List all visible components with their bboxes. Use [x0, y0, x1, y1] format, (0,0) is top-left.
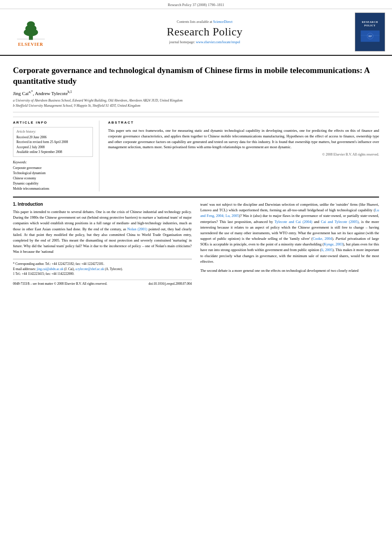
- bottom-bar: 0048-7333/$ – see front matter © 2008 El…: [13, 280, 192, 286]
- journal-header: ELSEVIER Contents lists available at Sci…: [0, 9, 392, 56]
- author2-name: Andrew Tylecote: [35, 91, 68, 96]
- keywords-title: Keywords:: [13, 160, 93, 164]
- footnote-1: 1 Tel.: +44 1142223415; fax: +44 1142222…: [13, 271, 192, 276]
- body-col-left: 1. Introduction This paper is intended t…: [13, 202, 192, 286]
- authors-line: Jing Caia,*, Andrew Tylecoteb,1: [13, 90, 379, 96]
- keyword-4: Dynamic capability: [13, 181, 93, 186]
- section1-right-text: team' was not subject to the discipline …: [201, 202, 379, 264]
- keyword-2: Technological dynamism: [13, 171, 93, 176]
- footnote-email: E-mail addresses: jing.cai@abdn.ac.uk (J…: [13, 267, 192, 271]
- elsevier-label: ELSEVIER: [18, 42, 44, 47]
- email2-link[interactable]: a.tylecote@shef.ac.uk: [75, 267, 104, 271]
- article-title: Corporate governance and technological d…: [13, 65, 379, 86]
- received-revised-date: Received in revised form 25 April 2008: [16, 140, 89, 144]
- sciencedirect-link[interactable]: ScienceDirect: [213, 20, 233, 24]
- publisher-logo-area: ELSEVIER: [7, 17, 54, 47]
- keyword-1: Corporate governance: [13, 166, 93, 171]
- journal-cover-image: RESEARCH POLICY RP: [355, 13, 385, 51]
- affiliation-b: b Sheffield University Management School…: [13, 103, 379, 108]
- body-col-right: team' was not subject to the discipline …: [201, 202, 379, 286]
- article-title-section: Corporate governance and technological d…: [13, 60, 379, 112]
- li-ref[interactable]: li, 2005: [321, 248, 332, 252]
- article-meta-row: ARTICLE INFO Article history: Received 2…: [13, 117, 379, 191]
- available-online-date: Available online 3 September 2008: [16, 150, 89, 154]
- keyword-5: Mobile telecommunications: [13, 186, 93, 191]
- elsevier-tree-icon: [13, 17, 49, 41]
- author1-sup: a,*: [29, 90, 33, 94]
- citation-text: Research Policy 37 (2008) 1790–1811: [168, 3, 224, 7]
- author1-name: Jing Cai: [13, 91, 29, 96]
- issn-text: 0048-7333/$ – see front matter © 2008 El…: [13, 282, 107, 286]
- keywords-section: Keywords: Corporate governance Technolog…: [13, 160, 93, 191]
- tylecote-cai-ref[interactable]: Tylecote and Cai (2004): [274, 220, 312, 224]
- section1-para2: The second debate is a more general one …: [201, 268, 379, 274]
- received-date: Received 20 June 2006: [16, 135, 89, 140]
- article-history-box: Article history: Received 20 June 2006 R…: [13, 127, 93, 157]
- accepted-date: Accepted 2 July 2008: [16, 145, 89, 150]
- keyword-3: Chinese economy: [13, 176, 93, 181]
- abstract-title: ABSTRACT: [108, 121, 379, 124]
- copyright-line: © 2008 Elsevier B.V. All rights reserved…: [108, 153, 379, 156]
- footnote-star: * Corresponding author. Tel.: +44 122427…: [13, 261, 192, 266]
- kynge-ref[interactable]: Kynge, 2003: [324, 242, 343, 246]
- abstract-section: ABSTRACT This paper sets out two framewo…: [108, 121, 379, 191]
- cai-tylecote-ref[interactable]: Cai and Tylecote (2005): [321, 220, 359, 224]
- doi-text: doi:10.1016/j.respol.2008.07.004: [149, 282, 192, 286]
- svg-point-3: [27, 21, 35, 28]
- lu-feng-ref[interactable]: Lu and Feng, 2004; Lu, 2005: [201, 208, 379, 218]
- section1-para1: This paper is intended to contribute to …: [13, 209, 192, 255]
- history-content: Received 20 June 2006 Received in revise…: [16, 135, 89, 154]
- affiliation-a: a University of Aberdeen Business School…: [13, 98, 379, 103]
- body-content: 1. Introduction This paper is intended t…: [13, 197, 379, 286]
- journal-center: Contents lists available at ScienceDirec…: [54, 20, 355, 44]
- journal-title: Research Policy: [54, 25, 355, 38]
- footnote-section: * Corresponding author. Tel.: +44 122427…: [13, 259, 192, 276]
- journal-homepage-link[interactable]: www.elsevier.com/locate/respol: [196, 40, 240, 44]
- article-info-panel: ARTICLE INFO Article history: Received 2…: [13, 121, 99, 191]
- history-label: Article history:: [16, 130, 89, 134]
- journal-homepage: journal homepage: www.elsevier.com/locat…: [54, 40, 355, 44]
- page: Research Policy 37 (2008) 1790–1811 ELSE…: [0, 0, 392, 535]
- journal-citation: Research Policy 37 (2008) 1790–1811: [0, 0, 392, 9]
- cooke-ref[interactable]: Cooke, 2004: [312, 236, 332, 241]
- author2-sup: b,1: [68, 90, 72, 94]
- contents-line: Contents lists available at ScienceDirec…: [54, 20, 355, 24]
- nolan-ref[interactable]: Nolan (2001): [127, 227, 147, 231]
- svg-text:RP: RP: [368, 35, 372, 38]
- email1-link[interactable]: jing.cai@abdn.ac.uk: [37, 267, 64, 271]
- abstract-text: This paper sets out two frameworks, one …: [108, 128, 379, 150]
- affiliations: a University of Aberdeen Business School…: [13, 98, 379, 108]
- article-info-title: ARTICLE INFO: [13, 121, 93, 124]
- main-content: Corporate governance and technological d…: [0, 56, 392, 290]
- section1-heading: 1. Introduction: [13, 202, 192, 207]
